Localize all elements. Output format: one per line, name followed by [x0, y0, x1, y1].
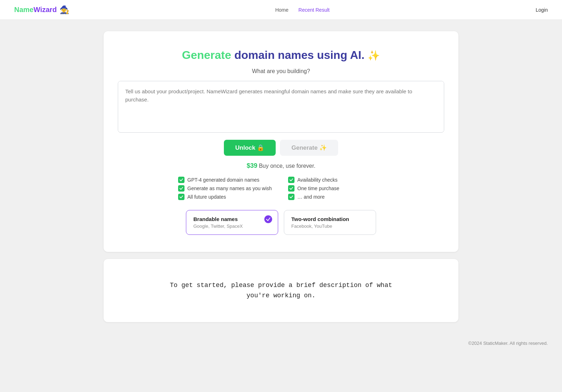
feature-2: Generate as many names as you wish [178, 185, 274, 192]
check-icon-4 [178, 194, 184, 200]
feature-label-1: Availability checks [297, 177, 337, 183]
feature-label-4: All future updates [187, 194, 226, 200]
textarea-wrapper [118, 81, 444, 133]
unlock-button[interactable]: Unlock 🔒 [224, 140, 276, 156]
main-card: Generate domain names using AI. ✨ What a… [104, 31, 458, 252]
headline-rest: domain names using AI. [231, 49, 365, 61]
check-icon-0 [178, 177, 184, 183]
logo-green: Name [14, 6, 33, 13]
bottom-text-line2: you're working on. [247, 292, 315, 299]
logo-emoji: 🧙 [60, 5, 69, 15]
headline: Generate domain names using AI. ✨ [118, 48, 444, 62]
name-type-row: Brandable names Google, Twitter, SpaceX … [118, 210, 444, 235]
feature-label-5: … and more [297, 194, 325, 200]
check-icon-2 [178, 185, 184, 192]
name-type-brandable[interactable]: Brandable names Google, Twitter, SpaceX [186, 210, 278, 235]
check-icon-1 [288, 177, 294, 183]
feature-1: Availability checks [288, 177, 384, 183]
logo-purple: Wizard [33, 6, 56, 13]
buttons-row: Unlock 🔒 Generate ✨ [118, 140, 444, 156]
twoword-subtitle: Facebook, YouTube [291, 223, 369, 229]
footer-text: ©2024 StaticMaker. All rights reserved. [468, 341, 548, 346]
subheading: What are you building? [118, 68, 444, 74]
price-suffix: Buy once, use forever. [257, 163, 315, 169]
headline-generate: Generate [182, 49, 231, 61]
brandable-check [264, 215, 272, 223]
headline-emoji: ✨ [368, 50, 380, 61]
bottom-card-text: To get started, please provide a brief d… [118, 280, 444, 301]
feature-5: … and more [288, 194, 384, 200]
feature-3: One time purchase [288, 185, 384, 192]
brandable-title: Brandable names [193, 216, 271, 222]
twoword-title: Two-word combination [291, 216, 369, 222]
generate-button[interactable]: Generate ✨ [280, 140, 338, 156]
feature-label-0: GPT-4 generated domain names [187, 177, 259, 183]
check-icon-3 [288, 185, 294, 192]
logo-area: NameWizard 🧙 [14, 5, 69, 15]
feature-label-3: One time purchase [297, 186, 339, 191]
price-row: $39 Buy once, use forever. [118, 162, 444, 170]
check-icon-5 [288, 194, 294, 200]
nav-recent-result[interactable]: Recent Result [298, 7, 330, 13]
bottom-card: To get started, please provide a brief d… [104, 259, 458, 322]
features-grid: GPT-4 generated domain names Availabilit… [178, 177, 384, 200]
nav-home[interactable]: Home [275, 7, 288, 13]
login-button[interactable]: Login [536, 7, 548, 13]
feature-4: All future updates [178, 194, 274, 200]
feature-0: GPT-4 generated domain names [178, 177, 274, 183]
logo-text: NameWizard [14, 6, 57, 14]
footer: ©2024 StaticMaker. All rights reserved. [0, 333, 562, 353]
feature-label-2: Generate as many names as you wish [187, 186, 272, 191]
page-content: Generate domain names using AI. ✨ What a… [0, 20, 562, 333]
bottom-text-line1: To get started, please provide a brief d… [170, 282, 392, 289]
project-description-input[interactable] [118, 81, 444, 131]
name-type-two-word[interactable]: Two-word combination Facebook, YouTube [284, 210, 376, 235]
brandable-subtitle: Google, Twitter, SpaceX [193, 223, 271, 229]
price-amount: $39 [247, 162, 257, 169]
navbar: NameWizard 🧙 Home Recent Result Login [0, 0, 562, 20]
nav-links: Home Recent Result [275, 7, 330, 13]
